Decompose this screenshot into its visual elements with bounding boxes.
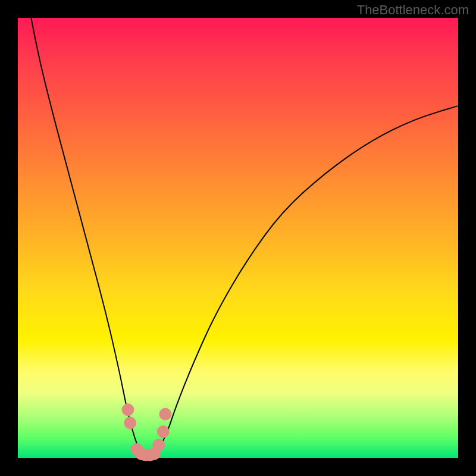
chart-svg [18,18,458,458]
highlight-marker [159,408,171,420]
highlight-marker [124,417,136,429]
highlight-marker [157,426,169,438]
watermark-text: TheBottleneck.com [357,2,469,18]
highlight-marker [153,439,165,451]
highlight-marker [122,404,134,416]
highlight-markers-group [122,404,171,461]
chart-frame: TheBottleneck.com [0,0,476,476]
bottleneck-curve [31,18,458,456]
